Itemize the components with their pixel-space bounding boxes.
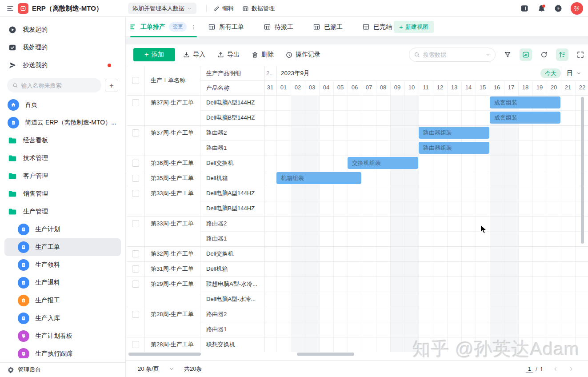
day-gridline: [404, 95, 405, 352]
row-checkbox[interactable]: [132, 281, 139, 288]
sidebar-item-客户管理[interactable]: 客户管理: [0, 167, 125, 185]
row-checkbox[interactable]: [132, 311, 139, 318]
display-settings-icon[interactable]: [520, 48, 532, 61]
product-name: Dell电脑B型144HZ: [206, 110, 262, 125]
day-label: 06: [348, 84, 362, 93]
menu-icon[interactable]: [6, 0, 14, 17]
fullscreen-icon[interactable]: [574, 48, 587, 61]
notification-bell-icon[interactable]: [537, 0, 546, 17]
row-checkbox[interactable]: [132, 190, 139, 197]
portal-panel-icon[interactable]: [520, 0, 529, 17]
product-name: Dell机箱: [206, 171, 262, 186]
gantt-bar-交换机组装[interactable]: 交换机组装: [348, 157, 418, 169]
day-gridline: [376, 95, 376, 352]
day-gridline: [547, 95, 547, 352]
sidebar-item-首页[interactable]: 首页: [0, 96, 125, 114]
sidebar-add-button[interactable]: +: [105, 79, 118, 92]
sidebar-item-我处理的[interactable]: 我处理的: [0, 39, 125, 56]
day-label: 19: [532, 84, 547, 93]
sidebar-item-技术管理[interactable]: 技术管理: [0, 149, 125, 167]
导出-button[interactable]: 导出: [217, 51, 240, 59]
tab-options-icon[interactable]: [190, 24, 196, 30]
add-button[interactable]: +添加: [133, 48, 175, 61]
help-icon[interactable]: ?: [554, 0, 563, 17]
tab-label: 工单排产: [140, 23, 165, 31]
admin-console[interactable]: 管理后台: [0, 362, 125, 377]
row-checkbox[interactable]: [132, 129, 139, 136]
操作记录-button[interactable]: 操作记录: [285, 51, 320, 59]
col-header-detail: 生产产品明细: [206, 66, 263, 80]
sidebar-item-经营看板[interactable]: 经营看板: [0, 132, 125, 149]
sidebar-search-input[interactable]: [21, 82, 96, 89]
prev-page-icon[interactable]: [552, 361, 559, 377]
form-icon: [18, 277, 29, 289]
sidebar-item-生产管理[interactable]: 生产管理: [0, 203, 125, 221]
导入-button[interactable]: 导入: [183, 51, 205, 59]
tab-所有工单[interactable]: 所有工单: [208, 23, 244, 31]
select-all-checkbox[interactable]: [132, 77, 139, 84]
sidebar-item-生产计划看板[interactable]: 生产计划看板: [0, 327, 125, 345]
filter-icon[interactable]: [501, 48, 514, 61]
table-view-icon: [208, 23, 216, 31]
sidebar-item-销售管理[interactable]: 销售管理: [0, 185, 125, 203]
sidebar-item-生产工单[interactable]: 生产工单: [4, 238, 121, 256]
sidebar-item-抄送我的[interactable]: 抄送我的: [0, 56, 125, 74]
column-border: [264, 95, 265, 352]
row-checkbox[interactable]: [132, 250, 139, 257]
search-input[interactable]: [423, 52, 482, 58]
page-size-select[interactable]: 20 条/页: [138, 361, 159, 377]
scale-select[interactable]: 日: [567, 66, 584, 80]
删除-button[interactable]: 删除: [251, 51, 274, 59]
next-page-icon[interactable]: [568, 361, 574, 377]
vscrollbar[interactable]: [581, 97, 584, 244]
sidebar-item-生产计划[interactable]: 生产计划: [0, 221, 125, 238]
sidebar-item-生产退料[interactable]: 生产退料: [0, 274, 125, 292]
current-page[interactable]: 1: [526, 361, 533, 377]
row-checkbox[interactable]: [132, 99, 139, 106]
data-manage-button[interactable]: 数据管理: [242, 4, 275, 12]
day-label: 20: [547, 84, 561, 93]
active-tab-underline: [130, 36, 197, 37]
hierarchy-sort-icon[interactable]: [556, 48, 568, 61]
row-checkbox[interactable]: [132, 175, 139, 182]
sidebar-item-我发起的[interactable]: 我发起的: [0, 21, 125, 39]
row-checkbox[interactable]: [132, 265, 139, 273]
pencil-icon: [213, 5, 220, 12]
edit-button[interactable]: 编辑: [213, 4, 234, 12]
sidebar-item-生产报工[interactable]: 生产报工: [0, 292, 125, 309]
tab-已派工[interactable]: 已派工: [313, 23, 343, 31]
hscrollbar-left[interactable]: [128, 353, 201, 356]
today-button[interactable]: 今天: [540, 68, 561, 78]
refresh-icon[interactable]: [538, 48, 550, 61]
row-checkbox[interactable]: [132, 160, 139, 167]
tab-label: 已派工: [324, 23, 343, 31]
sidebar-search[interactable]: [7, 78, 101, 92]
tab-待派工[interactable]: 待派工: [264, 23, 293, 31]
gantt-bar-路由器组装[interactable]: 路由器组装: [419, 127, 489, 139]
new-view-button[interactable]: +新建视图: [394, 21, 434, 33]
gantt-bar-机箱组装[interactable]: 机箱组装: [276, 172, 361, 184]
avatar[interactable]: 张: [571, 2, 583, 15]
row-checkbox[interactable]: [132, 341, 139, 348]
gantt-bar-成套组装[interactable]: 成套组装: [490, 96, 560, 108]
folder-icon: [8, 171, 17, 181]
chevron-down-icon: [187, 6, 192, 11]
day-label: 17: [504, 84, 518, 93]
order-name: 第29周-生产工单: [151, 277, 199, 292]
tab-gantt-active[interactable]: 工单排产 变更: [129, 17, 196, 37]
tab-已完结[interactable]: 已完结: [362, 23, 392, 31]
sidebar-item-生产执行跟踪[interactable]: 生产执行跟踪: [0, 345, 125, 358]
search-box[interactable]: [409, 48, 496, 62]
sidebar-item-简道云 ERP（离散制造-MTO）...[interactable]: 简道云 ERP（离散制造-MTO）...: [0, 114, 125, 132]
gantt-bar-成套组装[interactable]: 成套组装: [490, 112, 560, 124]
initiated-icon: [8, 25, 17, 34]
sidebar-item-生产领料[interactable]: 生产领料: [0, 256, 125, 274]
search-dropdown-chevron[interactable]: [485, 52, 491, 57]
folder-open-icon: [8, 207, 17, 217]
row-checkbox[interactable]: [132, 220, 139, 227]
sidebar-item-生产入库[interactable]: 生产入库: [0, 309, 125, 327]
gantt-bar-路由器组装[interactable]: 路由器组装: [419, 142, 489, 154]
data-scope-dropdown[interactable]: 添加并管理本人数据: [128, 3, 196, 14]
page-size-chevron-icon[interactable]: [169, 361, 174, 377]
hscrollbar-right[interactable]: [297, 353, 354, 356]
